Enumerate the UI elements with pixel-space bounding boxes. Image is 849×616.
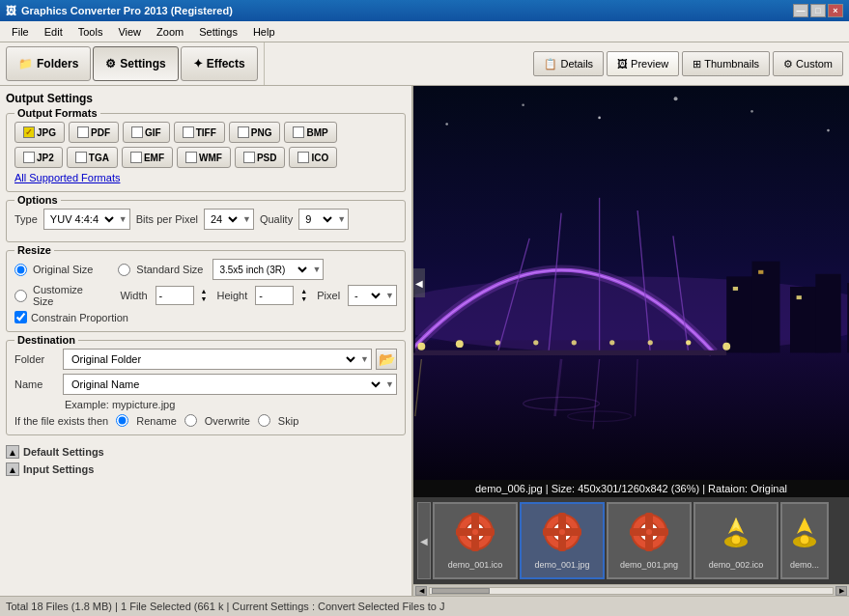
bpp-label: Bits per Pixel	[136, 213, 198, 225]
svg-point-68	[731, 535, 741, 545]
settings-label: Settings	[120, 57, 165, 70]
folder-row: Folder Original Folder ▼ 📂	[14, 349, 397, 370]
format-emf[interactable]: EMF	[122, 147, 173, 168]
menu-tools[interactable]: Tools	[71, 22, 111, 42]
tab-thumbnails[interactable]: ⊞ Thumbnails	[682, 51, 770, 76]
preview-info-bar: demo_006.jpg | Size: 450x301/1260x842 (3…	[413, 480, 849, 497]
height-down[interactable]: ▼	[300, 295, 307, 303]
overwrite-radio[interactable]	[184, 414, 197, 427]
input-settings-header[interactable]: ▲ Input Settings	[6, 462, 406, 476]
minimize-button[interactable]: —	[793, 4, 808, 17]
format-ico[interactable]: ICO	[289, 147, 337, 168]
folder-select[interactable]: Original Folder	[64, 350, 358, 369]
thumb-demo001-jpg[interactable]: demo_001.jpg	[520, 502, 605, 579]
thumb-icon-1	[456, 513, 495, 558]
format-psd[interactable]: PSD	[235, 147, 286, 168]
effects-label: Effects	[207, 57, 245, 70]
tab-preview[interactable]: 🖼 Preview	[607, 51, 679, 76]
format-tga[interactable]: TGA	[67, 147, 118, 168]
format-jpg[interactable]: ✓JPG	[14, 122, 65, 143]
menu-file[interactable]: File	[4, 22, 37, 42]
svg-point-26	[417, 343, 425, 350]
settings-button[interactable]: ⚙ Settings	[93, 46, 178, 81]
type-select[interactable]: YUV 4:4:4 YUV 4:2:2 YUV 4:2:0 RGB	[44, 210, 117, 229]
format-tiff[interactable]: TIFF	[174, 122, 225, 143]
preview-image	[413, 86, 849, 480]
exists-row: If the file exists then Rename Overwrite…	[14, 414, 397, 427]
tab-custom[interactable]: ⚙ Custom	[773, 51, 843, 76]
width-up[interactable]: ▲	[201, 288, 208, 295]
thumb-scrollbar-track[interactable]	[429, 587, 834, 595]
thumb-name-5: demo...	[790, 560, 819, 570]
preview-info-text: demo_006.jpg | Size: 450x301/1260x842 (3…	[475, 483, 787, 494]
tab-details[interactable]: 📋 Details	[533, 51, 604, 76]
format-wmf[interactable]: WMF	[177, 147, 231, 168]
preview-scroll-left[interactable]: ◀	[413, 268, 425, 297]
format-pdf[interactable]: PDF	[69, 122, 119, 143]
effects-button[interactable]: ✦ Effects	[181, 46, 258, 81]
thumb-demo002-ico[interactable]: demo_002.ico	[693, 502, 778, 579]
svg-point-33	[686, 340, 691, 345]
thumb-name-4: demo_002.ico	[709, 560, 764, 570]
details-tab-icon: 📋	[544, 58, 557, 70]
name-label: Name	[14, 378, 59, 390]
height-input[interactable]	[255, 286, 294, 305]
width-input[interactable]	[156, 286, 194, 305]
original-size-radio[interactable]	[14, 264, 27, 276]
svg-rect-15	[815, 274, 840, 353]
constrain-row: Constrain Proportion	[14, 311, 397, 323]
customize-size-radio[interactable]	[14, 290, 27, 302]
svg-point-60	[559, 529, 565, 535]
maximize-button[interactable]: □	[810, 4, 826, 17]
default-settings-header[interactable]: ▲ Default Settings	[6, 445, 406, 459]
svg-rect-1	[413, 340, 849, 480]
format-jp2[interactable]: JP2	[14, 147, 63, 168]
height-label: Height	[217, 290, 248, 301]
format-gif[interactable]: GIF	[123, 122, 170, 143]
skip-radio[interactable]	[258, 414, 270, 427]
thumb-scroll-left[interactable]: ◀	[417, 502, 431, 579]
width-down[interactable]: ▼	[201, 295, 208, 303]
menu-zoom[interactable]: Zoom	[149, 22, 191, 42]
thumb-scrollbar-thumb[interactable]	[432, 588, 490, 594]
standard-size-select[interactable]: 3.5x5 inch (3R)	[213, 260, 310, 279]
all-formats-link[interactable]: All Supported Formats	[14, 172, 120, 183]
left-panel: Output Settings Output Formats ✓JPG PDF …	[0, 86, 413, 596]
options-section: Options Type YUV 4:4:4 YUV 4:2:2 YUV 4:2…	[6, 200, 406, 242]
pixel-select[interactable]: -px%	[349, 286, 383, 305]
thumb-name-1: demo_001.ico	[448, 560, 503, 570]
folders-button[interactable]: 📁 Folders	[6, 46, 91, 81]
thumb-demo001-ico[interactable]: demo_001.ico	[433, 502, 518, 579]
rename-radio[interactable]	[116, 414, 128, 427]
folder-icon: 📁	[18, 57, 33, 70]
menu-view[interactable]: View	[110, 22, 149, 42]
menu-edit[interactable]: Edit	[37, 22, 71, 42]
thumb-scroll-right-bar[interactable]: ▶	[835, 586, 847, 596]
svg-point-70	[800, 535, 809, 545]
output-formats-section: Output Formats ✓JPG PDF GIF TIFF PNG BMP…	[6, 113, 406, 192]
format-bmp[interactable]: BMP	[284, 122, 336, 143]
example-text: Example: mypicture.jpg	[65, 399, 175, 410]
name-select[interactable]: Original Name	[64, 375, 383, 394]
width-label: Width	[120, 290, 147, 301]
thumbnails-tab-icon: ⊞	[693, 58, 701, 70]
default-expand-icon: ▲	[6, 445, 19, 459]
overwrite-label: Overwrite	[205, 415, 250, 427]
quality-select[interactable]: 9 1234 567810	[299, 210, 335, 229]
default-settings-label: Default Settings	[23, 446, 104, 458]
constrain-checkbox[interactable]	[14, 311, 27, 323]
thumb-scroll-left-bar[interactable]: ◀	[415, 586, 427, 596]
svg-rect-13	[752, 262, 780, 353]
thumb-demo-partial[interactable]: demo...	[780, 502, 829, 579]
close-button[interactable]: ×	[828, 4, 843, 17]
folders-label: Folders	[37, 57, 78, 70]
menu-settings[interactable]: Settings	[191, 22, 245, 42]
destination-label: Destination	[14, 334, 78, 346]
standard-size-radio[interactable]	[118, 264, 130, 276]
height-up[interactable]: ▲	[300, 288, 307, 295]
thumb-demo001-png[interactable]: demo_001.png	[607, 502, 692, 579]
menu-help[interactable]: Help	[245, 22, 283, 42]
bpp-select[interactable]: 24 8 16 32	[205, 210, 241, 229]
folder-browse-button[interactable]: 📂	[376, 349, 397, 370]
format-png[interactable]: PNG	[229, 122, 281, 143]
